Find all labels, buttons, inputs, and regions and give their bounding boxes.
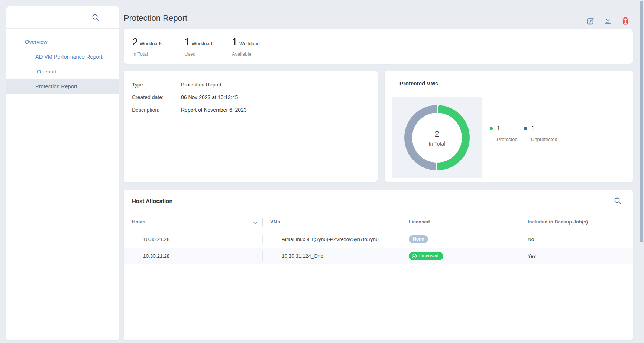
column-header-vms: VMs [263, 212, 402, 231]
host-allocation-header: Host Allocation [124, 190, 633, 212]
legend-dot-unprotected [524, 127, 527, 130]
column-header-label: Hosts [132, 219, 145, 225]
search-icon[interactable] [91, 13, 100, 23]
stat-total-workloads: 2 Workloads In Total [132, 36, 184, 64]
sidebar-item-io-report[interactable]: IO report [6, 64, 119, 79]
delete-report-button[interactable] [621, 16, 630, 25]
pencil-icon [586, 21, 595, 26]
cell-licensed: None [402, 231, 525, 248]
cell-host: 10.30.21.28 [124, 248, 263, 264]
cell-host: 10.30.21.28 [124, 231, 263, 248]
donut-total-label: In Total [429, 141, 446, 147]
stat-unit: Workload [192, 41, 212, 46]
cell-included: Yes [525, 248, 633, 264]
page-title: Protection Report [124, 13, 187, 23]
column-header-hosts[interactable]: Hosts [124, 212, 263, 231]
donut-center: 2 In Total [412, 113, 462, 163]
sidebar-item-overview[interactable]: Overview [6, 35, 119, 49]
donut-chart: 2 In Total [404, 105, 470, 170]
detail-row-description: Description: Report of November 6, 2023 [132, 106, 378, 114]
stat-label: Available [232, 51, 260, 57]
stat-label: Used [184, 51, 232, 57]
detail-label: Description: [132, 106, 181, 114]
stat-unit: Workload [239, 41, 260, 46]
legend-label: Unprotected [531, 137, 558, 142]
legend-value: 1 [531, 125, 534, 132]
check-circle-icon [412, 254, 417, 259]
cell-vm: AlmaLinux 9.1(Syn6)-P2VrecovSyn7toSyn6 [263, 231, 402, 248]
report-actions [586, 16, 630, 25]
stat-value: 2 [132, 36, 138, 48]
table-search-icon[interactable] [614, 197, 622, 206]
sidebar-item-ad-vm-performance-report[interactable]: AD VM Performance Report [6, 49, 119, 64]
cell-vm: 10.30.31.124_Onb [263, 248, 402, 264]
table-row[interactable]: 10.30.21.28 10.30.31.124_Onb Licensed Ye… [124, 248, 633, 264]
protected-vms-card: Protected VMs 2 In Total 1 Protected [385, 71, 633, 182]
detail-value: Report of November 6, 2023 [181, 106, 247, 114]
detail-row-type: Type: Protection Report [132, 81, 378, 88]
column-header-included: Included in Backup Job(s) [525, 212, 633, 231]
trash-icon [621, 21, 630, 26]
host-allocation-card: Host Allocation Hosts VMs Licensed [124, 190, 633, 340]
export-report-button[interactable] [603, 16, 612, 25]
chevron-down-icon[interactable] [253, 220, 258, 226]
main-content: Protection Report [124, 0, 633, 343]
stat-value: 1 [232, 36, 237, 48]
report-nav: Overview AD VM Performance Report IO rep… [6, 29, 119, 94]
donut-chart-panel: 2 In Total [392, 97, 482, 178]
stat-available-workloads: 1 Workload Available [232, 36, 260, 64]
host-allocation-title: Host Allocation [132, 198, 172, 204]
detail-value: Protection Report [181, 81, 221, 88]
edit-report-button[interactable] [586, 16, 595, 25]
legend-value: 1 [497, 125, 500, 132]
legend-dot-protected [490, 127, 493, 130]
donut-legend: 1 Protected 1 Unprotected [490, 125, 558, 142]
column-header-label: Licensed [409, 219, 430, 225]
report-sidebar: Overview AD VM Performance Report IO rep… [6, 6, 119, 340]
table-row[interactable]: 10.30.21.28 AlmaLinux 9.1(Syn6)-P2Vrecov… [124, 231, 633, 248]
stat-used-workloads: 1 Workload Used [184, 36, 232, 64]
table-header-row: Hosts VMs Licensed Included in Backup Jo… [124, 212, 633, 231]
protected-vms-title: Protected VMs [399, 80, 438, 86]
column-header-licensed: Licensed [402, 212, 525, 231]
stat-value: 1 [184, 36, 190, 48]
legend-item-protected: 1 Protected [490, 125, 524, 142]
stat-unit: Workloads [140, 41, 162, 46]
download-icon [603, 21, 612, 26]
column-header-label: VMs [270, 219, 280, 225]
stat-label: In Total [132, 51, 184, 57]
column-header-label: Included in Backup Job(s) [528, 219, 588, 225]
report-details-card: Type: Protection Report Created date: 06… [124, 71, 378, 182]
detail-row-created-date: Created date: 06 Nov 2023 at 10:13:45 [132, 94, 378, 101]
legend-label: Protected [497, 137, 524, 142]
legend-item-unprotected: 1 Unprotected [524, 125, 558, 142]
vertical-scrollbar[interactable] [640, 1, 643, 242]
add-report-icon[interactable] [104, 12, 114, 23]
sidebar-header [6, 6, 119, 29]
license-status-badge: None [409, 235, 428, 243]
cell-licensed: Licensed [402, 248, 525, 264]
sidebar-item-protection-report[interactable]: Protection Report [6, 79, 119, 94]
workload-summary-card: 2 Workloads In Total 1 Workload Used 1 W… [124, 29, 633, 64]
license-status-badge: Licensed [409, 252, 443, 260]
detail-label: Type: [132, 81, 181, 88]
donut-total-value: 2 [435, 129, 439, 139]
app-window: { "sidebar": { "items": [ { "label": "Ov… [0, 0, 644, 343]
detail-value: 06 Nov 2023 at 10:13:45 [181, 94, 238, 101]
detail-label: Created date: [132, 94, 181, 101]
cell-included: No [525, 231, 633, 248]
